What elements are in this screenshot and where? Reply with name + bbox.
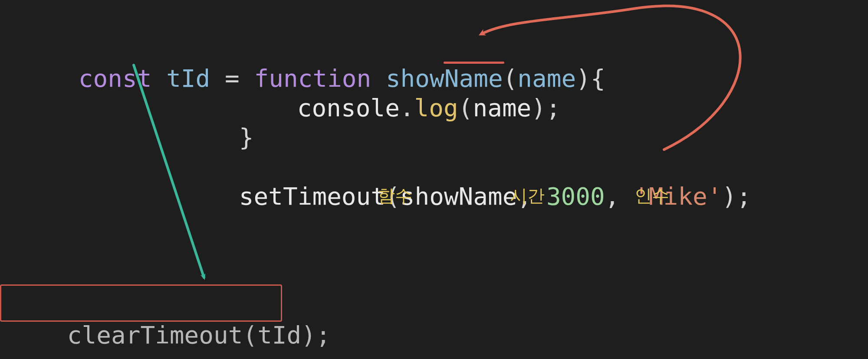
punct-rp2: ); (531, 94, 560, 122)
punct-rp4: ); (722, 182, 751, 210)
kw-const: const (79, 64, 152, 92)
arg-showname: showName (400, 182, 517, 210)
punct-brace: } (239, 123, 254, 151)
arg-tid: tId (257, 321, 301, 349)
highlight-box (0, 284, 282, 322)
label-function: 함수 (378, 184, 412, 208)
ident-cleartimeout: clearTimeout (67, 321, 243, 349)
method-log: log (414, 94, 458, 122)
ident-console: console (297, 94, 400, 122)
code-line-2: console.log(name); (239, 64, 561, 152)
punct-c2: , (605, 182, 620, 210)
slide-canvas: const tId = function showName(name){ con… (0, 0, 868, 359)
underline-name (444, 62, 504, 64)
punct-rp5: ); (301, 321, 330, 349)
label-argument: 인수 (635, 184, 669, 208)
punct-lp2: ( (458, 94, 473, 122)
op-eq: = (225, 64, 240, 92)
punct-lp5: ( (243, 321, 257, 349)
arg-name: name (473, 94, 531, 122)
ident-tid: tId (166, 64, 210, 92)
label-time: 시간 (510, 184, 545, 208)
punct-dot: . (400, 94, 414, 122)
ident-settimeout: setTimeout (239, 182, 385, 210)
num-3000: 3000 (546, 182, 605, 210)
punct-rp1: ){ (576, 64, 605, 92)
